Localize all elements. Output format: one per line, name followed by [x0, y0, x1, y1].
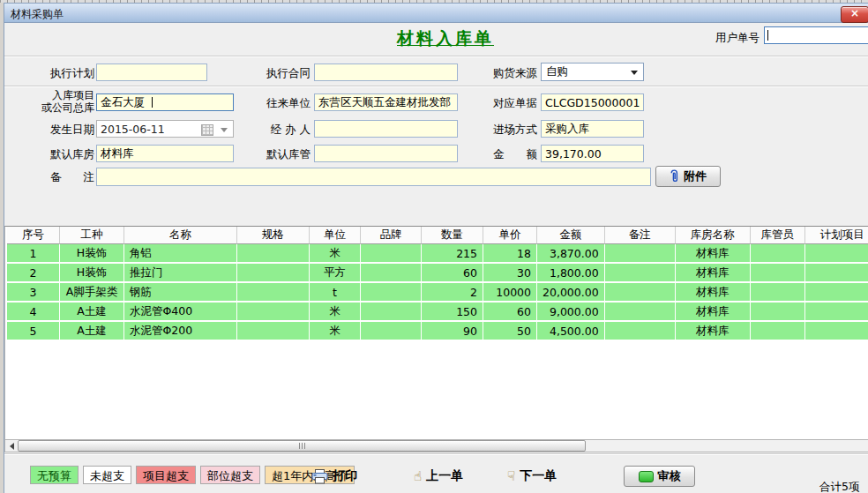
cell-spec[interactable]: [237, 303, 310, 322]
user-no-input[interactable]: [764, 26, 868, 44]
table-row[interactable]: 3A脚手架类钢筋t21000020,000.00材料库: [7, 283, 868, 303]
cell-spec[interactable]: [237, 283, 310, 303]
cell-seq[interactable]: 1: [7, 244, 60, 264]
remark-input[interactable]: [96, 168, 651, 186]
cell-seq[interactable]: 3: [7, 283, 60, 303]
table-row[interactable]: 5A土建水泥管Φ200米90504,500.00材料库: [7, 322, 868, 341]
cell-keeper[interactable]: [751, 244, 805, 264]
cell-work-type[interactable]: A脚手架类: [60, 283, 124, 303]
cell-remark[interactable]: [605, 322, 676, 341]
print-button[interactable]: 打印: [311, 468, 357, 484]
column-header-name[interactable]: 名称: [124, 227, 237, 244]
cell-warehouse[interactable]: 材料库: [676, 264, 751, 283]
column-header-unit[interactable]: 单位: [310, 227, 361, 244]
cell-qty[interactable]: 2: [422, 283, 483, 303]
cell-work-type[interactable]: H装饰: [60, 264, 124, 283]
entry-mode-input[interactable]: [541, 120, 644, 138]
scroll-left-button[interactable]: [5, 440, 18, 452]
next-order-button[interactable]: ☟ 下一单: [507, 468, 557, 484]
cell-name[interactable]: 推拉门: [124, 264, 237, 283]
column-header-amount[interactable]: 金额: [537, 227, 605, 244]
cell-work-type[interactable]: A土建: [60, 303, 124, 322]
audit-button[interactable]: 审核: [624, 466, 695, 487]
cell-plan-item[interactable]: [805, 283, 868, 303]
cell-name[interactable]: 角铝: [124, 244, 237, 264]
cell-keeper[interactable]: [751, 283, 805, 303]
cell-warehouse[interactable]: 材料库: [676, 283, 751, 303]
cell-qty[interactable]: 215: [422, 244, 483, 264]
column-header-keeper[interactable]: 库管员: [751, 227, 805, 244]
cell-amount[interactable]: 3,870.00: [537, 244, 605, 264]
cell-unit[interactable]: 米: [310, 244, 361, 264]
purchase-source-select[interactable]: 自购: [541, 63, 644, 81]
cell-brand[interactable]: [361, 283, 422, 303]
cell-name[interactable]: 钢筋: [124, 283, 237, 303]
column-header-remark[interactable]: 备注: [605, 227, 676, 244]
exec-contract-input[interactable]: [314, 63, 458, 81]
cell-remark[interactable]: [605, 244, 676, 264]
cell-amount[interactable]: 9,000.00: [537, 303, 605, 322]
cell-warehouse[interactable]: 材料库: [676, 303, 751, 322]
column-header-spec[interactable]: 规格: [237, 227, 310, 244]
cell-unit[interactable]: t: [310, 283, 361, 303]
project-input[interactable]: [96, 93, 234, 111]
cell-name[interactable]: 水泥管Φ200: [124, 322, 237, 341]
cell-seq[interactable]: 2: [7, 264, 60, 283]
cell-unit[interactable]: 米: [310, 303, 361, 322]
cell-brand[interactable]: [361, 264, 422, 283]
cell-qty[interactable]: 60: [422, 264, 483, 283]
default-warehouse-input[interactable]: [96, 145, 234, 162]
cell-amount[interactable]: 4,500.00: [537, 322, 605, 341]
cell-work-type[interactable]: A土建: [60, 322, 124, 341]
cell-price[interactable]: 30: [483, 264, 537, 283]
cell-qty[interactable]: 90: [422, 322, 483, 341]
cell-seq[interactable]: 4: [7, 303, 60, 322]
cell-amount[interactable]: 20,000.00: [537, 283, 605, 303]
table-row[interactable]: 2H装饰推拉门平方60301,800.00材料库: [7, 264, 868, 283]
column-header-qty[interactable]: 数量: [422, 227, 483, 244]
cell-spec[interactable]: [237, 264, 310, 283]
table-row[interactable]: 1H装饰角铝米215183,870.00材料库: [7, 244, 868, 264]
attachment-button[interactable]: 附件: [655, 166, 721, 187]
ref-doc-input[interactable]: [541, 93, 644, 111]
column-header-warehouse[interactable]: 库房名称: [676, 227, 751, 244]
handler-input[interactable]: [314, 120, 458, 138]
close-icon[interactable]: ×: [841, 6, 868, 23]
cell-keeper[interactable]: [751, 264, 805, 283]
horizontal-scrollbar[interactable]: [4, 439, 868, 452]
cell-price[interactable]: 50: [483, 322, 537, 341]
cell-unit[interactable]: 米: [310, 322, 361, 341]
cell-qty[interactable]: 150: [422, 303, 483, 322]
cell-price[interactable]: 60: [483, 303, 537, 322]
cell-warehouse[interactable]: 材料库: [676, 322, 751, 341]
default-keeper-input[interactable]: [314, 145, 458, 162]
cell-plan-item[interactable]: [805, 303, 868, 322]
scrollbar-thumb[interactable]: [18, 440, 586, 452]
cell-remark[interactable]: [605, 283, 676, 303]
cell-plan-item[interactable]: [805, 244, 868, 264]
cell-work-type[interactable]: H装饰: [60, 244, 124, 264]
column-header-work-type[interactable]: 工种: [60, 227, 124, 244]
cell-spec[interactable]: [237, 322, 310, 341]
cell-price[interactable]: 10000: [483, 283, 537, 303]
column-header-brand[interactable]: 品牌: [361, 227, 422, 244]
cell-remark[interactable]: [605, 303, 676, 322]
cell-plan-item[interactable]: [805, 322, 868, 341]
cell-price[interactable]: 18: [483, 244, 537, 264]
column-header-price[interactable]: 单价: [483, 227, 537, 244]
column-header-plan-item[interactable]: 计划项目: [805, 227, 868, 244]
cell-name[interactable]: 水泥管Φ400: [124, 303, 237, 322]
table-row[interactable]: 4A土建水泥管Φ400米150609,000.00材料库: [7, 303, 868, 322]
cell-plan-item[interactable]: [805, 264, 868, 283]
counterpart-input[interactable]: [314, 93, 458, 111]
date-input[interactable]: 2015-06-11: [96, 120, 234, 138]
column-header-seq[interactable]: 序号: [7, 227, 60, 244]
cell-keeper[interactable]: [751, 303, 805, 322]
exec-plan-input[interactable]: [96, 63, 207, 81]
amount-input[interactable]: [541, 145, 644, 162]
cell-keeper[interactable]: [751, 322, 805, 341]
cell-brand[interactable]: [361, 303, 422, 322]
cell-seq[interactable]: 5: [7, 322, 60, 341]
cell-unit[interactable]: 平方: [310, 264, 361, 283]
cell-brand[interactable]: [361, 244, 422, 264]
